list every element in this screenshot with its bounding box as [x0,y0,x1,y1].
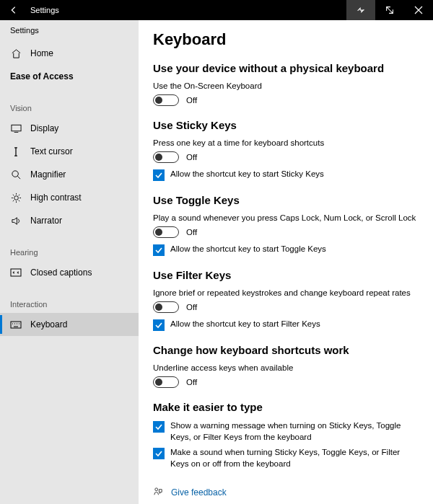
checkbox-checked-icon [153,319,165,331]
svg-rect-3 [11,269,21,276]
nav-label: Keyboard [30,319,67,330]
display-icon [10,124,22,133]
filter-shortcut-check[interactable]: Allow the shortcut key to start Filter K… [153,319,419,331]
sticky-toggle[interactable]: Off [153,151,419,163]
checkbox-checked-icon [153,421,165,433]
sticky-shortcut-check[interactable]: Allow the shortcut key to start Sticky K… [153,169,419,181]
nav-home[interactable]: Home [0,42,139,65]
page-title: Keyboard [153,30,419,49]
checkbox-checked-icon [153,244,165,256]
checkbox-checked-icon [153,448,165,459]
sidebar: Settings Home Ease of Access Vision Disp… [0,20,139,504]
nav-label: Narrator [30,216,62,226]
osk-toggle[interactable]: Off [153,94,419,106]
window-title: Settings [27,6,346,14]
section-heading-shortcuts: Change how keyboard shortcuts work [153,344,419,356]
close-button[interactable] [404,0,433,20]
svg-point-1 [12,170,17,176]
group-hearing: Hearing [0,232,139,261]
nav-magnifier[interactable]: Magnifier [0,163,139,186]
check-label: Allow the shortcut key to start Filter K… [170,319,320,330]
svg-rect-0 [11,125,20,131]
high-contrast-icon [10,193,22,203]
app-label: Settings [0,20,139,42]
feedback-icon [153,487,164,498]
section-heading-filter: Use Filter Keys [153,269,419,281]
group-interaction: Interaction [0,284,139,313]
nav-label: High contrast [30,193,82,203]
section-heading-sticky: Use Sticky Keys [153,119,419,131]
osk-desc: Use the On-Screen Keyboard [153,81,419,90]
nav-display[interactable]: Display [0,117,139,140]
check-label: Allow the shortcut key to start Sticky K… [170,169,324,180]
togglekeys-shortcut-check[interactable]: Allow the shortcut key to start Toggle K… [153,244,419,256]
nav-label: Ease of Access [10,71,74,81]
titlebar: Settings [0,0,433,20]
check-label: Allow the shortcut key to start Toggle K… [170,244,326,255]
sticky-toggle-state: Off [186,153,197,162]
easier-warning-check[interactable]: Show a warning message when turning on S… [153,420,419,443]
osk-toggle-state: Off [186,96,197,105]
inactive-button[interactable] [346,0,375,20]
nav-keyboard[interactable]: Keyboard [0,313,139,336]
filter-desc: Ignore brief or repeated keystrokes and … [153,288,419,297]
nav-closed-captions[interactable]: Closed captions [0,261,139,284]
feedback-link[interactable]: Give feedback [153,487,419,498]
sticky-desc: Press one key at a time for keyboard sho… [153,138,419,147]
svg-point-5 [155,488,158,491]
togglekeys-desc: Play a sound whenever you press Caps Loc… [153,213,419,222]
nav-label: Home [30,48,53,58]
section-heading-osk: Use your device without a physical keybo… [153,62,419,74]
narrator-icon [10,216,22,226]
feedback-label: Give feedback [171,487,227,498]
nav-label: Text cursor [30,146,73,156]
nav-label: Magnifier [30,169,66,180]
shortcuts-desc: Underline access keys when available [153,363,419,372]
svg-rect-4 [11,322,21,328]
nav-text-cursor[interactable]: Text cursor [0,140,139,163]
shortcuts-toggle-state: Off [186,378,197,386]
shortcuts-toggle[interactable]: Off [153,376,419,388]
nav-ease-of-access[interactable]: Ease of Access [0,65,139,88]
svg-point-2 [14,195,18,200]
back-button[interactable] [0,0,27,20]
group-vision: Vision [0,88,139,117]
maximize-button[interactable] [375,0,404,20]
closed-captions-icon [10,268,22,277]
nav-label: Display [30,123,58,133]
text-cursor-icon [10,146,22,157]
filter-toggle-state: Off [186,303,197,311]
nav-narrator[interactable]: Narrator [0,209,139,232]
togglekeys-toggle[interactable]: Off [153,226,419,238]
check-label: Make a sound when turning Sticky Keys, T… [170,447,416,469]
togglekeys-toggle-state: Off [186,228,197,236]
main-content: Keyboard Use your device without a physi… [139,20,433,504]
home-icon [10,48,22,59]
filter-toggle[interactable]: Off [153,301,419,313]
section-heading-easier: Make it easier to type [153,401,419,413]
checkbox-checked-icon [153,169,165,181]
nav-label: Closed captions [30,268,92,278]
magnifier-icon [10,169,22,180]
keyboard-icon [10,321,22,329]
section-heading-togglekeys: Use Toggle Keys [153,194,419,206]
check-label: Show a warning message when turning on S… [170,420,416,443]
nav-high-contrast[interactable]: High contrast [0,186,139,209]
easier-sound-check[interactable]: Make a sound when turning Sticky Keys, T… [153,447,419,469]
